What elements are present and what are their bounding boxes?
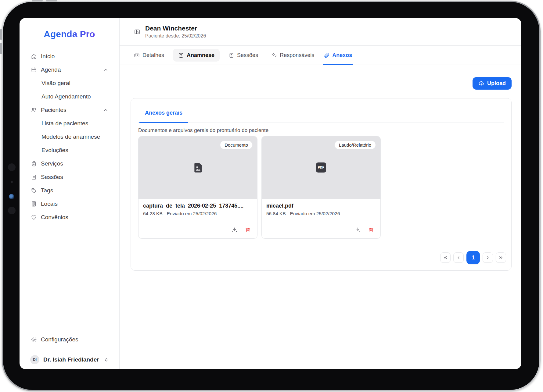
paperclip-icon xyxy=(324,52,329,58)
sidebar-item-configuracoes[interactable]: Configurações xyxy=(20,333,119,346)
sidebar-item-pacientes[interactable]: Pacientes xyxy=(20,103,119,117)
download-icon[interactable] xyxy=(355,227,361,233)
chevrons-up-down-icon xyxy=(104,357,109,362)
camera-sensor-dot-2 xyxy=(8,207,16,214)
trash-icon[interactable] xyxy=(245,227,251,233)
file-type-badge: Laudo/Relatório xyxy=(334,141,376,149)
user-menu[interactable]: DI Dr. Isiah Friedlander xyxy=(20,350,119,369)
tab-label: Detalhes xyxy=(142,52,164,59)
sidebar-item-label: Locais xyxy=(41,201,58,207)
tab-sessoes[interactable]: Sessões xyxy=(224,49,262,62)
file-actions xyxy=(262,221,380,238)
file-text-icon xyxy=(31,174,37,180)
file-meta: 56.84 KB · Enviado em 25/02/2026 xyxy=(266,211,376,216)
sidebar-item-convenios[interactable]: Convênios xyxy=(20,211,119,224)
file-preview: Documento xyxy=(138,136,257,199)
sidebar-item-label: Agenda xyxy=(41,66,61,73)
sidebar-item-agenda[interactable]: Agenda xyxy=(20,63,119,77)
sidebar-collapse-icon[interactable] xyxy=(134,29,140,35)
sidebar-item-auto-agendamento[interactable]: Auto Agendamento xyxy=(35,90,119,103)
file-info: micael.pdf 56.84 KB · Enviado em 25/02/2… xyxy=(262,199,380,216)
file-card[interactable]: Laudo/Relatório PDF micael.pdf 56.84 KB … xyxy=(261,136,381,239)
spacer xyxy=(20,346,119,350)
tab-label: Responsáveis xyxy=(280,52,314,59)
patient-heading: Dean Winchester Paciente desde: 25/02/20… xyxy=(145,25,206,39)
anexos-content: Upload Anexos gerais Documentos e arquiv… xyxy=(120,65,521,369)
tab-anexos[interactable]: Anexos xyxy=(323,49,353,62)
tab-label: Anexos xyxy=(332,52,352,59)
user-name: Dr. Isiah Friedlander xyxy=(43,356,99,363)
sidebar-item-label: Sessões xyxy=(41,174,63,180)
sidebar: Agenda Pro Início Agenda Visão geral Aut… xyxy=(20,18,120,369)
bag-icon xyxy=(31,161,37,167)
sidebar-item-sessoes[interactable]: Sessões xyxy=(20,170,119,184)
patient-since: Paciente desde: 25/02/2026 xyxy=(145,33,206,39)
pagination: 1 xyxy=(440,251,506,264)
camera-sensor-dot xyxy=(8,163,16,171)
camera-lens xyxy=(9,194,14,199)
sidebar-item-evolucoes[interactable]: Evoluções xyxy=(35,144,119,157)
trash-icon[interactable] xyxy=(368,227,374,233)
pagination-page-1-button[interactable]: 1 xyxy=(466,251,480,264)
pagination-prev-button[interactable] xyxy=(453,252,464,263)
file-name: captura_de_tela_2026-02-25_173745.... xyxy=(143,203,253,209)
gear-icon xyxy=(31,337,37,343)
sidebar-item-locais[interactable]: Locais xyxy=(20,197,119,211)
upload-label: Upload xyxy=(487,80,506,87)
chevron-left-icon xyxy=(456,255,461,260)
pagination-first-button[interactable] xyxy=(440,252,451,263)
side-button-2 xyxy=(0,43,2,54)
chevron-up-icon xyxy=(103,108,108,113)
sidebar-item-lista-de-pacientes[interactable]: Lista de pacientes xyxy=(35,117,119,130)
id-card-icon xyxy=(134,52,140,58)
sidebar-item-label: Início xyxy=(41,53,55,60)
tab-responsaveis[interactable]: Responsáveis xyxy=(267,49,318,62)
sidebar-item-label: Configurações xyxy=(41,336,78,343)
upload-row: Upload xyxy=(131,77,512,90)
attachments-panel: Anexos gerais Documentos e arquivos gera… xyxy=(131,98,512,271)
microphone-dot xyxy=(11,181,13,183)
chevron-up-icon xyxy=(103,67,108,73)
heart-icon xyxy=(31,214,37,220)
sidebar-item-label: Serviços xyxy=(41,160,63,167)
image-file-icon xyxy=(192,162,204,174)
main-area: Dean Winchester Paciente desde: 25/02/20… xyxy=(120,18,521,369)
sidebar-item-modelos-de-anamnese[interactable]: Modelos de anamnese xyxy=(35,130,119,144)
upload-button[interactable]: Upload xyxy=(473,77,512,90)
side-button-1 xyxy=(0,29,2,40)
download-icon[interactable] xyxy=(232,227,238,233)
tab-detalhes[interactable]: Detalhes xyxy=(134,49,168,62)
pagination-next-button[interactable] xyxy=(483,252,493,263)
file-preview: Laudo/Relatório PDF xyxy=(262,136,380,199)
app-logo: Agenda Pro xyxy=(20,29,119,39)
file-cards: Documento captura_de_tela_2026-02-25_173… xyxy=(138,136,504,239)
sub-item-label: Auto Agendamento xyxy=(41,93,91,100)
tab-anexos-gerais[interactable]: Anexos gerais xyxy=(139,110,188,123)
sidebar-item-tags[interactable]: Tags xyxy=(20,184,119,197)
tab-anamnese[interactable]: Anamnese xyxy=(173,49,220,62)
file-info: captura_de_tela_2026-02-25_173745.... 64… xyxy=(138,199,257,216)
file-card[interactable]: Documento captura_de_tela_2026-02-25_173… xyxy=(138,136,257,239)
calendar-icon xyxy=(31,67,37,73)
sidebar-item-label: Tags xyxy=(41,187,53,194)
chevron-right-icon xyxy=(485,255,490,260)
building-icon xyxy=(31,201,37,207)
pagination-last-button[interactable] xyxy=(496,252,506,263)
sidebar-item-visao-geral[interactable]: Visão geral xyxy=(35,77,119,90)
sub-item-label: Modelos de anamnese xyxy=(41,134,100,140)
page: Agenda Pro Início Agenda Visão geral Aut… xyxy=(0,0,543,392)
page-title: Dean Winchester xyxy=(145,25,206,32)
panel-tabbar: Anexos gerais xyxy=(138,98,504,123)
sidebar-item-inicio[interactable]: Início xyxy=(20,50,119,63)
users-icon xyxy=(31,107,37,113)
pacientes-subgroup: Lista de pacientes Modelos de anamnese E… xyxy=(35,117,119,157)
tag-icon xyxy=(31,187,37,194)
pdf-file-icon: PDF xyxy=(316,162,326,173)
sidebar-nav: Início Agenda Visão geral Auto Agendamen… xyxy=(20,50,119,224)
home-icon xyxy=(31,53,37,59)
sidebar-item-servicos[interactable]: Serviços xyxy=(20,157,119,170)
avatar: DI xyxy=(30,355,39,364)
file-name: micael.pdf xyxy=(266,203,376,209)
volume-button xyxy=(46,0,57,2)
document-icon xyxy=(228,52,234,58)
